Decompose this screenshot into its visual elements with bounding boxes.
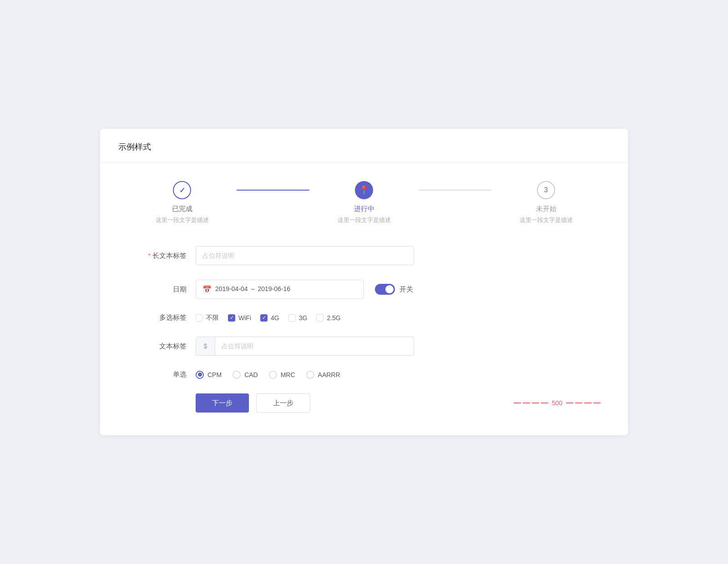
date-range-input[interactable]: 📅 2019-04-04 ～ 2019-06-16 xyxy=(196,280,364,299)
required-star: * xyxy=(148,252,151,259)
radio-aarrr-circle xyxy=(306,371,314,379)
checkbox-4g-box: ✓ xyxy=(260,314,268,322)
calendar-icon: 📅 xyxy=(202,285,212,294)
radio-cpm-circle xyxy=(196,371,204,379)
dash-6 xyxy=(575,403,582,403)
checkbox-wifi-box: ✓ xyxy=(228,314,235,322)
radio-aarrr[interactable]: AARRR xyxy=(306,371,340,379)
card-body: ✓ 已完成 这里一段文字是描述 📍 进行中 这里一段文字是描述 3 xyxy=(100,163,628,435)
dash-3 xyxy=(532,403,539,403)
step-2: 📍 进行中 这里一段文字是描述 xyxy=(309,181,419,224)
checkbox-unlimited-label: 不限 xyxy=(206,314,219,322)
step-2-label: 进行中 xyxy=(354,205,374,213)
dash-1 xyxy=(514,403,521,403)
step-3-label: 未开始 xyxy=(536,205,556,213)
button-row: 下一步 上一步 500 xyxy=(127,393,601,413)
card-header: 示例样式 xyxy=(100,129,628,163)
radio-cpm[interactable]: CPM xyxy=(196,371,222,379)
checkbox-2.5g-label: 2.5G xyxy=(327,314,340,322)
checkbox-3g[interactable]: 3G xyxy=(288,314,308,322)
prev-button[interactable]: 上一步 xyxy=(256,393,310,413)
checkbox-unlimited[interactable]: 不限 xyxy=(196,314,219,322)
radio-cad-label: CAD xyxy=(244,371,258,378)
checkbox-unlimited-box xyxy=(196,314,203,322)
checkbox-3g-box xyxy=(288,314,296,322)
step-3: 3 未开始 这里一段文字是描述 xyxy=(491,181,601,224)
radio-group: CPM CAD MRC AARRR xyxy=(196,371,340,379)
date-row: 日期 📅 2019-04-04 ～ 2019-06-16 开关 xyxy=(127,280,601,299)
radio-cpm-label: CPM xyxy=(207,371,222,378)
dash-4 xyxy=(541,403,548,403)
step-3-circle: 3 xyxy=(537,181,555,199)
text-label: 文本标签 xyxy=(127,342,187,351)
toggle-group: 开关 xyxy=(375,284,413,295)
dash-number: 500 xyxy=(552,399,562,407)
dash-8 xyxy=(593,403,601,403)
text-label-row: 文本标签 $ xyxy=(127,337,601,356)
radio-cad-circle xyxy=(233,371,241,379)
toggle-label: 开关 xyxy=(399,285,413,294)
step-line-2 xyxy=(419,190,491,191)
date-label: 日期 xyxy=(127,285,187,294)
radio-row: 单选 CPM CAD MRC AARRR xyxy=(127,370,601,379)
page-title: 示例样式 xyxy=(118,142,151,151)
step-1-circle: ✓ xyxy=(173,181,191,199)
dash-5 xyxy=(566,403,573,403)
checkbox-4g-label: 4G xyxy=(271,314,279,322)
step-line-1 xyxy=(237,190,309,191)
text-input[interactable] xyxy=(215,342,414,350)
long-text-row: *长文本标签 xyxy=(127,246,601,265)
checkbox-wifi-label: WiFi xyxy=(238,314,251,322)
step-1-desc: 这里一段文字是描述 xyxy=(156,216,209,224)
dash-2 xyxy=(523,403,530,403)
checkbox-2.5g-box xyxy=(316,314,324,322)
toggle-switch[interactable] xyxy=(375,284,395,295)
step-3-number: 3 xyxy=(544,186,548,194)
radio-aarrr-label: AARRR xyxy=(318,371,340,378)
prefix-input-wrap: $ xyxy=(196,337,414,356)
radio-mrc-label: MRC xyxy=(281,371,295,378)
next-button[interactable]: 下一步 xyxy=(196,393,249,413)
long-text-label: *长文本标签 xyxy=(127,252,187,260)
pin-icon: 📍 xyxy=(359,185,369,195)
step-1: ✓ 已完成 这里一段文字是描述 xyxy=(127,181,237,224)
checkbox-label: 多选标签 xyxy=(127,313,187,322)
main-card: 示例样式 ✓ 已完成 这里一段文字是描述 📍 进行中 这里一段文字是描述 xyxy=(100,129,628,435)
checkbox-3g-label: 3G xyxy=(299,314,308,322)
step-2-circle: 📍 xyxy=(355,181,373,199)
checkbox-wifi[interactable]: ✓ WiFi xyxy=(228,314,251,322)
radio-mrc-circle xyxy=(269,371,277,379)
input-prefix: $ xyxy=(196,337,215,355)
dashed-line: 500 xyxy=(514,399,601,407)
steps-container: ✓ 已完成 这里一段文字是描述 📍 进行中 这里一段文字是描述 3 xyxy=(127,181,601,224)
step-1-label: 已完成 xyxy=(172,205,192,213)
checkbox-4g[interactable]: ✓ 4G xyxy=(260,314,279,322)
long-text-input[interactable] xyxy=(196,246,414,265)
checkbox-group: 不限 ✓ WiFi ✓ 4G 3G 2.5G xyxy=(196,314,341,322)
radio-cad[interactable]: CAD xyxy=(233,371,258,379)
step-3-desc: 这里一段文字是描述 xyxy=(520,216,573,224)
checkbox-row: 多选标签 不限 ✓ WiFi ✓ 4G 3G xyxy=(127,313,601,322)
checkbox-2.5g[interactable]: 2.5G xyxy=(316,314,340,322)
radio-mrc[interactable]: MRC xyxy=(269,371,295,379)
step-2-desc: 这里一段文字是描述 xyxy=(338,216,391,224)
dash-7 xyxy=(584,403,592,403)
date-value: 2019-04-04 ～ 2019-06-16 xyxy=(215,285,290,293)
radio-label: 单选 xyxy=(127,370,187,379)
